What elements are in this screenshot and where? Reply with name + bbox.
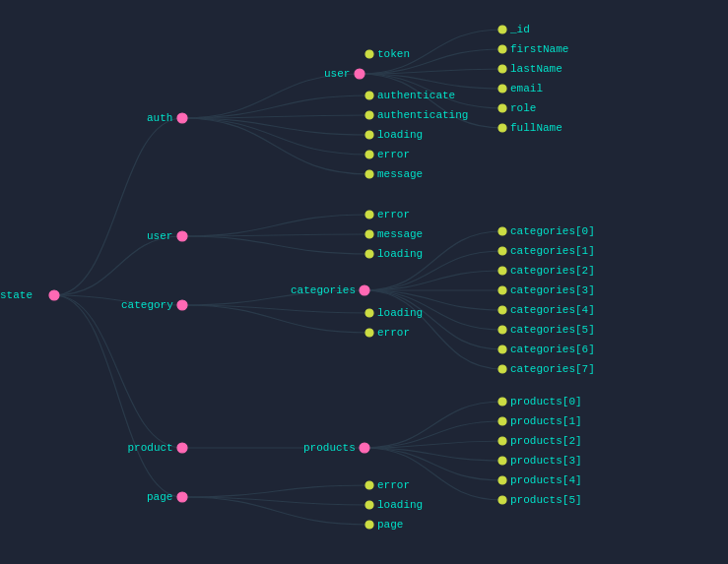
- tree-diagram: stateauthusercategoryproductpageusertoke…: [0, 0, 728, 564]
